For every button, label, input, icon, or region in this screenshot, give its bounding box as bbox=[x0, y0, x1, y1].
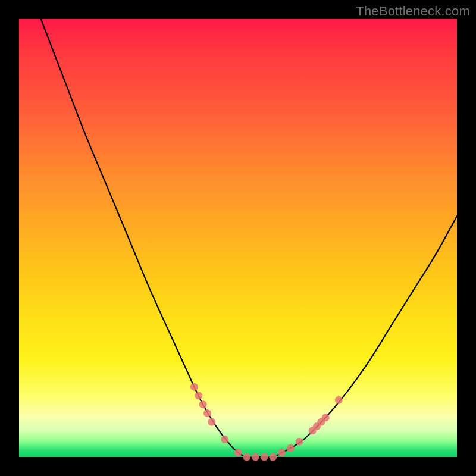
marker-dot bbox=[203, 409, 211, 417]
marker-dot bbox=[234, 449, 242, 456]
marker-dot bbox=[269, 453, 277, 461]
curve-line bbox=[41, 19, 457, 458]
marker-dot bbox=[208, 418, 215, 426]
marker-dot bbox=[190, 383, 198, 391]
marker-dot bbox=[287, 444, 295, 452]
marker-dot bbox=[296, 438, 303, 446]
marker-dot bbox=[195, 392, 202, 400]
marker-dot bbox=[221, 436, 228, 443]
marker-dot bbox=[243, 453, 250, 461]
marker-dot bbox=[322, 414, 330, 421]
plot-area bbox=[19, 19, 457, 457]
marker-dot bbox=[278, 449, 286, 456]
marker-dot bbox=[199, 400, 207, 408]
curve-markers bbox=[190, 383, 343, 461]
chart-frame: TheBottleneck.com bbox=[0, 0, 476, 476]
watermark-text: TheBottleneck.com bbox=[356, 4, 470, 19]
marker-dot bbox=[252, 453, 259, 461]
bottleneck-curve bbox=[19, 19, 457, 457]
marker-dot bbox=[335, 396, 343, 404]
marker-dot bbox=[261, 453, 268, 461]
